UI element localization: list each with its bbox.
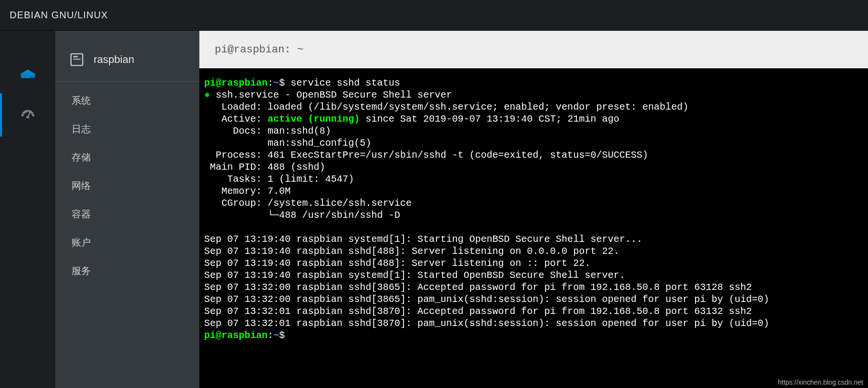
log-line: Sep 07 13:32:01 raspbian sshd[3870]: pam…	[204, 318, 769, 329]
sidebar-item-label: 账户	[72, 237, 91, 248]
sidebar-item-label: 服务	[72, 265, 91, 276]
terminal-title: pi@raspbian: ~	[215, 44, 304, 56]
side-header: raspbian	[55, 50, 199, 82]
log-line: Sep 07 13:19:40 raspbian systemd[1]: Sta…	[204, 270, 625, 281]
watermark: https://xinchen.blog.csdn.net	[778, 378, 863, 386]
log-line: Sep 07 13:19:40 raspbian sshd[488]: Serv…	[204, 246, 619, 257]
host-icon	[70, 52, 84, 67]
mainpid-line: Main PID: 488 (sshd)	[204, 162, 325, 173]
log-line: Sep 07 13:32:01 raspbian sshd[3870]: Acc…	[204, 306, 752, 317]
hostname: raspbian	[94, 53, 134, 66]
command: service sshd status	[291, 77, 400, 88]
main: pi@raspbian: ~ pi@raspbian:~$ service ss…	[199, 31, 868, 388]
sidebar-item-label: 网络	[72, 180, 91, 191]
active-label: Active:	[204, 113, 268, 125]
service-line: ssh.service - OpenBSD Secure Shell serve…	[216, 89, 452, 100]
nav-rail	[0, 31, 55, 388]
gauge-icon	[19, 106, 37, 124]
svg-rect-2	[25, 76, 26, 77]
terminal-titlebar: pi@raspbian: ~	[199, 31, 868, 68]
svg-rect-10	[73, 56, 78, 58]
sidebar-item-network[interactable]: 网络	[55, 172, 199, 200]
sidebar-item-container[interactable]: 容器	[55, 200, 199, 228]
prompt-user: pi@raspbian	[204, 77, 268, 88]
loaded-line: Loaded: loaded (/lib/systemd/system/ssh.…	[204, 101, 688, 113]
sidebar-item-logs[interactable]: 日志	[55, 115, 199, 143]
memory-line: Memory: 7.0M	[204, 186, 291, 197]
prompt-path: ~	[273, 77, 279, 88]
active-rest: since Sat 2019-09-07 13:19:40 CST; 21min…	[360, 113, 619, 125]
rail-item-dashboard[interactable]	[0, 93, 55, 137]
server-icon	[19, 63, 37, 80]
log-line: Sep 07 13:32:00 raspbian sshd[3865]: pam…	[204, 294, 769, 305]
prompt-user: pi@raspbian	[204, 330, 268, 341]
status-dot: ●	[204, 89, 210, 100]
sidebar-item-label: 日志	[72, 124, 91, 134]
app-title: DEBIAN GNU/LINUX	[10, 10, 108, 21]
cgroup-line: CGroup: /system.slice/ssh.service	[204, 198, 412, 209]
svg-point-8	[27, 110, 28, 112]
svg-rect-11	[73, 59, 81, 60]
log-line: Sep 07 13:19:40 raspbian sshd[488]: Serv…	[204, 258, 590, 269]
sidebar-item-storage[interactable]: 存储	[55, 143, 199, 172]
cgroup-line-2: └─488 /usr/sbin/sshd -D	[204, 210, 400, 221]
sidebar-item-label: 存储	[72, 152, 91, 163]
sidebar-item-system[interactable]: 系统	[55, 87, 199, 115]
prompt-sep: :	[268, 77, 273, 88]
prompt-sep: :	[268, 330, 273, 341]
docs-line-2: man:sshd_config(5)	[204, 138, 371, 149]
svg-rect-3	[27, 76, 29, 77]
terminal-output[interactable]: pi@raspbian:~$ service sshd status ● ssh…	[199, 68, 868, 388]
svg-point-6	[22, 113, 24, 114]
active-value: active (running)	[268, 113, 360, 125]
topbar: DEBIAN GNU/LINUX	[0, 0, 868, 31]
prompt-end: $	[279, 77, 291, 88]
docs-line-1: Docs: man:sshd(8)	[204, 125, 331, 137]
sidebar-item-label: 系统	[72, 95, 91, 106]
layout: raspbian 系统 日志 存储 网络 容器 账户 服务 pi@raspbia…	[0, 31, 868, 388]
svg-point-7	[32, 113, 33, 114]
log-line: Sep 07 13:19:40 raspbian systemd[1]: Sta…	[204, 234, 642, 245]
prompt-end: $	[279, 330, 291, 341]
rail-item-system[interactable]	[0, 50, 55, 93]
log-line: Sep 07 13:32:00 raspbian sshd[3865]: Acc…	[204, 282, 752, 293]
sidebar-item-label: 容器	[72, 209, 91, 219]
tasks-line: Tasks: 1 (limit: 4547)	[204, 174, 354, 185]
prompt-path: ~	[273, 330, 279, 341]
svg-rect-1	[22, 76, 24, 77]
sidebar-item-services[interactable]: 服务	[55, 257, 199, 285]
side-menu: raspbian 系统 日志 存储 网络 容器 账户 服务	[55, 31, 199, 388]
process-line: Process: 461 ExecStartPre=/usr/sbin/sshd…	[204, 150, 648, 161]
sidebar-item-accounts[interactable]: 账户	[55, 228, 199, 257]
